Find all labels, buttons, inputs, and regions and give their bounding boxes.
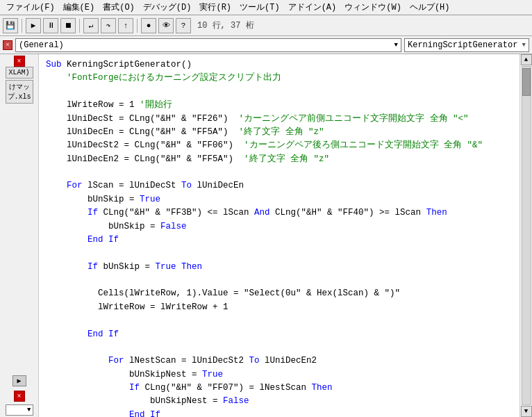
left-expand-arrow[interactable]: ▶ — [13, 375, 26, 386]
menu-file[interactable]: ファイル(F) — [3, 1, 58, 14]
left-combo[interactable]: ▼ — [6, 404, 33, 416]
step-over-button[interactable]: ↷ — [101, 18, 116, 33]
code-line-19: lWriteRow = lWriteRow + 1 — [46, 301, 513, 314]
code-line-7: lUniDecSt2 = CLng("&H" & "FF06") 'カーニングペ… — [46, 139, 513, 152]
menu-addin[interactable]: アドイン(A) — [285, 1, 340, 14]
main-layout: × XLAM) けマップ.xls ▶ × ▼ Sub KerningScript… — [0, 54, 532, 417]
toolbar-separator — [22, 19, 22, 33]
code-line-26: bUnSkipNest = False — [46, 395, 513, 408]
general-combo-arrow: ▼ — [394, 42, 398, 49]
watch-button[interactable]: 👁 — [158, 18, 174, 33]
toolbar-separator3 — [137, 19, 138, 33]
toolbar-separator2 — [79, 19, 80, 33]
code-line-1: Sub KerningScriptGenerator() — [46, 58, 513, 72]
help-button[interactable]: ? — [176, 18, 191, 33]
close-button-subtoolbar[interactable]: × — [3, 40, 13, 50]
menu-tools[interactable]: ツール(T) — [236, 1, 283, 14]
code-line-5: lUniDecSt = CLng("&H" & "FF26") 'カーニングペア… — [46, 113, 513, 126]
menu-window[interactable]: ウィンドウ(W) — [341, 1, 405, 14]
code-line-2: 'FontForgeにおけるカーニング設定スクリプト出力 — [46, 72, 513, 85]
code-line-27: End If — [46, 409, 513, 417]
code-line-15 — [46, 247, 513, 260]
code-line-21: End If — [46, 328, 513, 341]
menu-debug[interactable]: デバッグ(D) — [140, 1, 195, 14]
left-map-button[interactable]: けマップ.xls — [6, 80, 33, 104]
code-line-23: For lNestScan = lUniDecSt2 To lUniDecEn2 — [46, 354, 513, 368]
right-arrow-icon: ▶ — [17, 377, 21, 385]
code-line-6: lUniDecEn = CLng("&H" & "FF5A") '終了文字 全角… — [46, 126, 513, 139]
code-line-17 — [46, 274, 513, 287]
scrollbar-panel: ▲ ▼ — [519, 54, 532, 417]
code-line-8: lUniDecEn2 = CLng("&H" & "FF5A") '終了文字 全… — [46, 153, 513, 166]
menu-edit[interactable]: 編集(E) — [60, 1, 99, 14]
menu-run[interactable]: 実行(R) — [196, 1, 235, 14]
run-button[interactable]: ▶ — [26, 18, 41, 33]
code-line-16: If bUnSkip = True Then — [46, 261, 513, 274]
code-line-13: bUnSkip = False — [46, 220, 513, 234]
save-button[interactable]: 💾 — [3, 18, 18, 33]
code-line-24: bUnSkipNest = True — [46, 368, 513, 382]
general-combo[interactable]: (General) ▼ — [15, 38, 401, 52]
code-line-20 — [46, 314, 513, 327]
module-combo-arrow: ▼ — [522, 42, 526, 49]
menubar: ファイル(F) 編集(E) 書式(O) デバッグ(D) 実行(R) ツール(T)… — [0, 0, 532, 15]
code-line-11: bUnSkip = True — [46, 193, 513, 206]
general-combo-label: (General) — [19, 40, 64, 50]
code-line-18: Cells(lWriteRow, 1).Value = "Select(0u" … — [46, 287, 513, 300]
step-out-button[interactable]: ↑ — [118, 18, 133, 33]
code-editor[interactable]: Sub KerningScriptGenerator() 'FontForgeに… — [39, 54, 519, 417]
breakpoint-button[interactable]: ● — [141, 18, 156, 33]
module-combo-label: KerningScriptGenerator — [408, 40, 517, 50]
step-into-button[interactable]: ↵ — [83, 18, 99, 33]
menu-format[interactable]: 書式(O) — [99, 1, 138, 14]
code-line-25: If CLng("&H" & "FF07") = lNestScan Then — [46, 382, 513, 395]
menu-help[interactable]: ヘルプ(H) — [406, 1, 454, 14]
code-line-9 — [46, 166, 513, 179]
code-line-22 — [46, 341, 513, 354]
scrollbar-track[interactable] — [522, 66, 531, 405]
code-line-10: For lScan = lUniDecSt To lUniDecEn — [46, 179, 513, 193]
module-combo[interactable]: KerningScriptGenerator ▼ — [404, 38, 529, 52]
stop-button[interactable]: ⏹ — [60, 18, 76, 33]
left-close-button[interactable]: × — [14, 56, 25, 67]
code-line-4: lWriteRow = 1 '開始行 — [46, 99, 513, 112]
scrollbar-up-button[interactable]: ▲ — [521, 54, 532, 65]
left-panel: × XLAM) けマップ.xls ▶ × ▼ — [0, 54, 39, 417]
left-xlam-button[interactable]: XLAM) — [6, 67, 33, 79]
pause-button[interactable]: ⏸ — [43, 18, 58, 33]
cursor-position-label: 10 行, 37 桁 — [197, 19, 254, 31]
scrollbar-thumb[interactable] — [522, 68, 531, 96]
code-line-12: If CLng("&H" & "FF3B") <= lScan And CLng… — [46, 206, 513, 220]
toolbar: 💾 ▶ ⏸ ⏹ ↵ ↷ ↑ ● 👁 ? 10 行, 37 桁 — [0, 15, 532, 36]
scrollbar-down-button[interactable]: ▼ — [521, 406, 532, 417]
code-line-14: End If — [46, 234, 513, 247]
left-combo-arrow-icon: ▼ — [27, 407, 31, 414]
code-line-3 — [46, 85, 513, 99]
left-close-button2[interactable]: × — [14, 391, 25, 402]
subtoolbar: × (General) ▼ KerningScriptGenerator ▼ — [0, 36, 532, 54]
